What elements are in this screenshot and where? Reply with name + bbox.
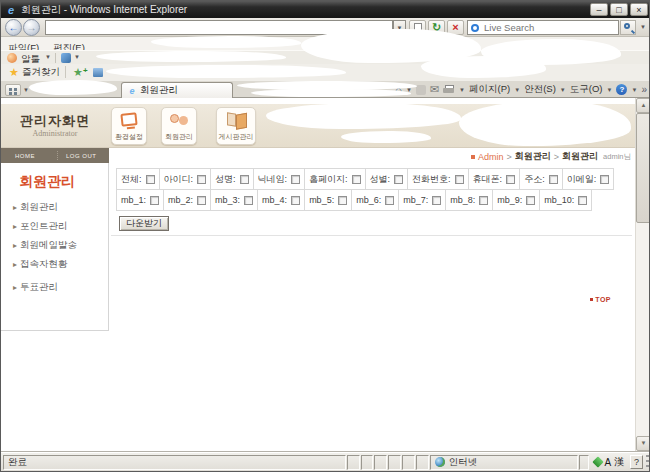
sidebar-item[interactable]: 투표관리 xyxy=(13,281,108,294)
filter-cell: 주소 xyxy=(519,168,563,190)
sidebar-item[interactable]: 회원메일발송 xyxy=(13,239,108,252)
download-button[interactable]: 다운받기 xyxy=(119,216,169,231)
sidebar-item[interactable]: 회원관리 xyxy=(13,201,108,214)
breadcrumb-site[interactable]: Admin xyxy=(478,152,504,162)
print-dropdown-icon[interactable]: ▼ xyxy=(459,87,465,93)
home-link[interactable]: HOME xyxy=(15,153,35,159)
tab-member-management[interactable]: e 회원관리 xyxy=(121,82,233,98)
redaction-blob xyxy=(266,103,461,129)
filter-label: 이메일 xyxy=(567,173,597,186)
checkbox[interactable] xyxy=(197,175,206,184)
tools-dropdown-icon: ▼ xyxy=(607,87,613,93)
filter-label: mb_3 xyxy=(215,195,240,205)
status-panel xyxy=(388,455,401,470)
breadcrumb-crumb[interactable]: 회원관리 xyxy=(562,150,598,163)
status-panel xyxy=(579,455,589,470)
maximize-button[interactable]: □ xyxy=(610,3,628,16)
checkbox[interactable] xyxy=(150,196,159,205)
addon-tool-dropdown-icon[interactable]: ▼ xyxy=(74,54,80,60)
filter-cell: mb_7 xyxy=(398,189,446,211)
sidebar-item[interactable]: 접속자현황 xyxy=(13,258,108,271)
print-icon[interactable] xyxy=(443,85,455,94)
logged-in-user: admin님 xyxy=(603,152,631,162)
minimize-button[interactable]: – xyxy=(590,3,608,16)
help-icon[interactable]: ? xyxy=(616,84,627,95)
tab-list-dropdown-icon[interactable]: ▼ xyxy=(23,87,29,93)
filter-cell: 성별 xyxy=(365,168,409,190)
ime-mode-label[interactable]: A xyxy=(605,457,612,468)
safety-menu[interactable]: 안전(S) xyxy=(524,83,556,96)
redaction-blob xyxy=(459,101,631,146)
zone-label: 인터넷 xyxy=(449,456,478,469)
checkbox[interactable] xyxy=(352,175,361,184)
filter-cell: 홈페이지 xyxy=(304,168,366,190)
sidebar-menu: 회원관리포인트관리회원메일발송접속자현황투표관리 xyxy=(1,201,108,294)
sidebar-item[interactable]: 포인트관리 xyxy=(13,220,108,233)
overflow-chevron-icon[interactable]: » xyxy=(641,84,647,95)
checkbox[interactable] xyxy=(549,175,558,184)
header-button-settings[interactable]: 환경설정 xyxy=(111,107,147,145)
search-options-icon[interactable]: ▼ xyxy=(638,20,648,35)
suggested-sites-icon[interactable] xyxy=(93,68,103,77)
toolbar-separator xyxy=(65,66,66,78)
breadcrumb-separator: > xyxy=(507,152,512,162)
checkbox[interactable] xyxy=(291,196,300,205)
filter-label: 홈페이지 xyxy=(309,173,348,186)
quick-tabs-icon[interactable] xyxy=(5,84,21,96)
close-button[interactable]: × xyxy=(630,3,648,16)
ime-hanja-label[interactable]: 漢 xyxy=(614,455,624,469)
checkbox[interactable] xyxy=(432,196,441,205)
breadcrumb-crumb[interactable]: 회원관리 xyxy=(515,150,551,163)
account-bar: HOME LOG OUT xyxy=(1,148,109,163)
checkbox[interactable] xyxy=(479,196,488,205)
safety-dropdown-icon: ▼ xyxy=(560,87,566,93)
checkbox[interactable] xyxy=(240,175,249,184)
tools-menu[interactable]: 도구(O) xyxy=(570,83,603,96)
checkbox[interactable] xyxy=(526,196,535,205)
live-search-box[interactable] xyxy=(467,20,619,35)
checkbox[interactable] xyxy=(578,196,587,205)
filter-cell: mb_3 xyxy=(210,189,258,211)
divider xyxy=(57,151,58,160)
rss-feed-icon[interactable] xyxy=(416,85,426,95)
checkbox[interactable] xyxy=(291,175,300,184)
search-input[interactable] xyxy=(482,21,592,34)
filter-label: 성별 xyxy=(370,173,391,186)
checkbox[interactable] xyxy=(146,175,155,184)
filter-cell: mb_8 xyxy=(445,189,493,211)
back-button[interactable]: ← xyxy=(5,19,22,36)
redaction-blob xyxy=(341,131,431,143)
logout-link[interactable]: LOG OUT xyxy=(66,153,97,159)
checkbox[interactable] xyxy=(197,196,206,205)
favorites-button[interactable]: ★ 즐겨찾기 xyxy=(5,66,64,79)
tab-favicon-icon: e xyxy=(127,86,137,96)
command-bar: ⌂ ▼ ✉ ▼ 페이지(P) ▼ 안전(S) ▼ 도구(O) ▼ ? ▼ » xyxy=(395,83,647,96)
checkbox[interactable] xyxy=(244,196,253,205)
ime-help-icon[interactable]: ? xyxy=(630,455,643,469)
top-link[interactable]: TOP xyxy=(590,296,611,303)
header-button-label: 회원관리 xyxy=(162,132,196,142)
addon-dropdown-icon[interactable]: ▼ xyxy=(45,54,51,60)
forward-button[interactable]: → xyxy=(23,19,40,36)
checkbox[interactable] xyxy=(600,175,609,184)
addon-tool-icon[interactable] xyxy=(61,53,71,63)
resize-grip[interactable] xyxy=(646,455,649,469)
checkbox[interactable] xyxy=(394,175,403,184)
header-button-members[interactable]: 회원관리 xyxy=(161,107,197,145)
checkbox[interactable] xyxy=(506,175,515,184)
redaction-blob xyxy=(106,65,346,78)
filter-cell: 전체 xyxy=(116,168,160,190)
mail-icon[interactable]: ✉ xyxy=(430,84,439,95)
search-button[interactable] xyxy=(620,20,636,35)
checkbox[interactable] xyxy=(338,196,347,205)
scroll-down-icon[interactable]: ▼ xyxy=(636,436,650,451)
scroll-up-icon[interactable]: ▲ xyxy=(636,98,650,113)
header-button-board[interactable]: 게시판관리 xyxy=(216,107,256,145)
vertical-scrollbar[interactable]: ▲ ▼ xyxy=(635,98,650,451)
add-favorite-icon[interactable]: ★ xyxy=(73,66,83,79)
page-menu[interactable]: 페이지(P) xyxy=(469,83,510,96)
scrollbar-thumb[interactable] xyxy=(636,113,650,223)
checkbox[interactable] xyxy=(455,175,464,184)
search-icon xyxy=(624,23,630,29)
checkbox[interactable] xyxy=(385,196,394,205)
